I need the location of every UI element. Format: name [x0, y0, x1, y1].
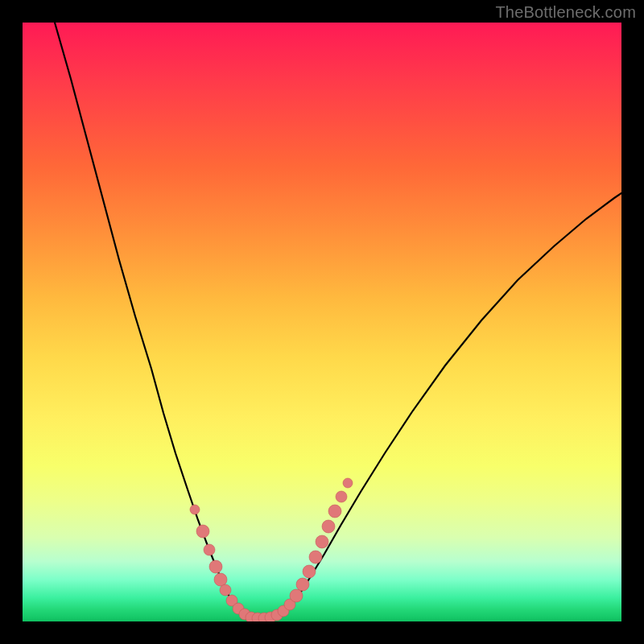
sample-dots-layer — [190, 478, 353, 621]
sample-dot — [196, 525, 209, 538]
sample-dot — [209, 560, 222, 573]
sample-dot — [316, 535, 328, 548]
sample-dot — [309, 551, 322, 564]
watermark-text: TheBottleneck.com — [495, 3, 636, 22]
sample-dot — [336, 491, 347, 502]
plot-area — [23, 23, 621, 621]
sample-dot — [220, 584, 231, 596]
bottleneck-curve-svg — [23, 23, 621, 621]
sample-dot — [214, 573, 227, 586]
sample-dot — [303, 565, 316, 578]
sample-dot — [343, 478, 353, 488]
sample-dot — [328, 505, 341, 518]
sample-dot — [290, 589, 303, 602]
sample-dot — [322, 520, 335, 533]
sample-dot — [204, 544, 215, 555]
chart-frame: TheBottleneck.com — [0, 0, 644, 644]
sample-dot — [190, 505, 200, 514]
bottleneck-curve — [55, 23, 621, 619]
sample-dot — [296, 578, 309, 591]
